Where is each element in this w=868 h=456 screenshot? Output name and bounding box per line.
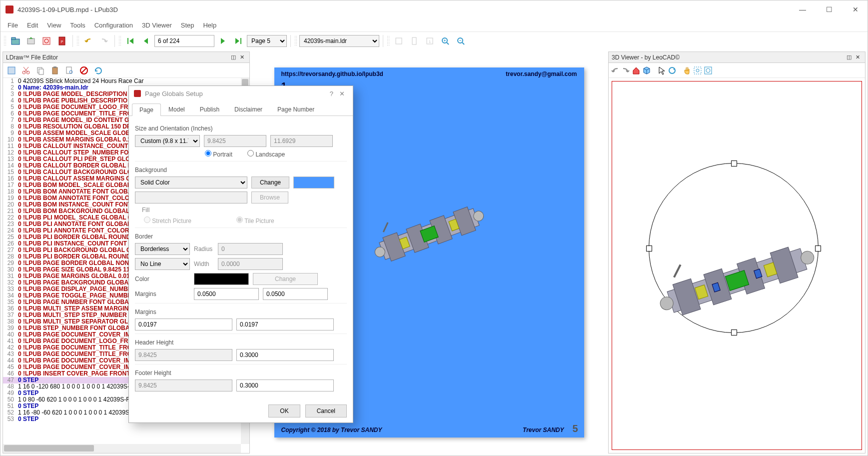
panel-pin-icon[interactable]: ◫ xyxy=(845,54,854,60)
menu-configuration[interactable]: Configuration xyxy=(94,22,133,29)
open-file-icon[interactable] xyxy=(8,34,22,48)
margin2-b-input[interactable] xyxy=(236,318,334,330)
bg-path-input xyxy=(135,192,247,204)
zoom-fit-icon[interactable] xyxy=(704,66,713,75)
model-select[interactable]: 42039s-main.ldr xyxy=(299,35,379,47)
preview-icon[interactable] xyxy=(39,34,53,48)
viewer-redo-icon[interactable] xyxy=(621,66,630,75)
color-label: Color xyxy=(135,276,190,282)
menu-step[interactable]: Step xyxy=(181,22,194,29)
zoom-region-icon[interactable] xyxy=(693,66,702,75)
cancel-button[interactable]: Cancel xyxy=(305,404,347,418)
zoom-in-icon[interactable] xyxy=(438,34,452,48)
bg-color-swatch[interactable] xyxy=(293,176,334,188)
tab-page-number[interactable]: Page Number xyxy=(270,103,322,116)
size-preset-select[interactable]: Custom (9.8 x 11.7) xyxy=(135,135,200,147)
toolbar-handle[interactable] xyxy=(387,36,389,46)
header-height-label: Header Height xyxy=(135,339,347,346)
select-all-icon[interactable] xyxy=(5,64,18,77)
margin2-a-input[interactable] xyxy=(135,318,232,330)
toolbar-handle[interactable] xyxy=(294,36,297,46)
toolbar-handle[interactable] xyxy=(76,36,79,46)
fill-label: Fill xyxy=(142,206,347,214)
pdf-icon[interactable]: P xyxy=(55,34,69,48)
dialog-close-icon[interactable]: ✕ xyxy=(336,90,348,98)
menu-help[interactable]: Help xyxy=(203,22,216,29)
menu-tools[interactable]: Tools xyxy=(70,22,85,29)
find-icon[interactable] xyxy=(63,64,76,77)
cube-icon[interactable] xyxy=(642,66,651,75)
tab-disclaimer[interactable]: Disclaimer xyxy=(227,103,270,116)
undo-icon[interactable] xyxy=(81,34,95,48)
menu-edit[interactable]: Edit xyxy=(27,22,38,29)
viewer-viewport[interactable] xyxy=(609,78,865,453)
tile-radio: Tile Picture xyxy=(236,216,274,224)
tab-page[interactable]: Page xyxy=(132,104,161,116)
portrait-radio[interactable]: Portrait xyxy=(205,150,232,158)
fit-width-icon[interactable] xyxy=(392,34,406,48)
rotate-icon[interactable] xyxy=(668,66,677,75)
first-page-icon[interactable] xyxy=(123,34,137,48)
toolbar-handle[interactable] xyxy=(118,36,121,46)
tab-model[interactable]: Model xyxy=(161,103,192,116)
close-button[interactable]: ✕ xyxy=(849,4,863,16)
paste-icon[interactable] xyxy=(48,64,61,77)
horizontal-scrollbar[interactable] xyxy=(3,444,241,453)
margin-left-input[interactable] xyxy=(194,288,259,300)
dialog-tabs: Page Model Publish Disclaimer Page Numbe… xyxy=(129,101,353,116)
pointer-icon[interactable] xyxy=(657,66,666,75)
page-counter-input[interactable] xyxy=(154,35,214,47)
copy-icon[interactable] xyxy=(34,64,47,77)
svg-point-46 xyxy=(696,69,699,72)
cut-icon[interactable] xyxy=(19,64,32,77)
border-style-select[interactable]: Borderless xyxy=(135,243,190,255)
menu-bar: File Edit View Tools Configuration 3D Vi… xyxy=(0,18,868,32)
svg-point-48 xyxy=(706,68,710,72)
panel-close-icon[interactable]: ✕ xyxy=(854,54,862,60)
page-select[interactable]: Page 5 xyxy=(247,35,287,47)
header-height-input[interactable] xyxy=(236,349,334,361)
ok-button[interactable]: OK xyxy=(268,404,300,418)
svg-text:P: P xyxy=(61,40,63,44)
delete-icon[interactable] xyxy=(77,64,90,77)
zoom-out-icon[interactable] xyxy=(454,34,468,48)
maximize-button[interactable]: ☐ xyxy=(822,4,837,16)
preview-page-number: 5 xyxy=(572,423,578,434)
svg-rect-20 xyxy=(8,67,15,74)
bg-browse-button: Browse xyxy=(251,192,288,204)
landscape-radio[interactable]: Landscape xyxy=(247,150,285,158)
dialog-help-icon[interactable]: ? xyxy=(327,90,336,98)
last-page-icon[interactable] xyxy=(231,34,245,48)
radius-label: Radius xyxy=(194,246,214,252)
redo-icon[interactable] xyxy=(97,34,111,48)
background-label: Background xyxy=(135,166,347,174)
menu-file[interactable]: File xyxy=(7,22,18,29)
viewer-undo-icon[interactable] xyxy=(611,66,620,75)
footer-height-input[interactable] xyxy=(236,380,334,392)
background-type-select[interactable]: Solid Color xyxy=(135,176,247,188)
export-icon[interactable] xyxy=(24,34,38,48)
margin-right-input[interactable] xyxy=(263,288,328,300)
panel-pin-icon[interactable]: ◫ xyxy=(229,54,238,60)
minimize-button[interactable]: — xyxy=(795,4,810,16)
dialog-titlebar[interactable]: Page Globals Setup ? ✕ xyxy=(129,86,353,101)
actual-size-icon[interactable]: 1 xyxy=(423,34,437,48)
menu-view[interactable]: View xyxy=(47,22,61,29)
panel-close-icon[interactable]: ✕ xyxy=(238,54,246,60)
line-style-select[interactable]: No Line xyxy=(135,258,190,270)
svg-rect-27 xyxy=(52,68,57,74)
next-page-icon[interactable] xyxy=(216,34,230,48)
main-toolbar: P Page 5 42039s-main.ldr 1 xyxy=(0,32,868,50)
prev-page-icon[interactable] xyxy=(139,34,153,48)
bg-change-button[interactable]: Change xyxy=(251,176,289,188)
pan-icon[interactable] xyxy=(683,66,692,75)
home-icon[interactable] xyxy=(632,66,641,75)
fit-page-icon[interactable] xyxy=(407,34,421,48)
dialog-title-text: Page Globals Setup xyxy=(145,90,203,98)
viewer-title: 3D Viewer - by LeoCAD© xyxy=(612,54,680,61)
tab-publish[interactable]: Publish xyxy=(192,103,227,116)
menu-3dviewer[interactable]: 3D Viewer xyxy=(142,22,172,29)
border-color-swatch xyxy=(194,273,249,285)
toolbar-handle[interactable] xyxy=(3,36,6,46)
refresh-icon[interactable] xyxy=(92,64,105,77)
